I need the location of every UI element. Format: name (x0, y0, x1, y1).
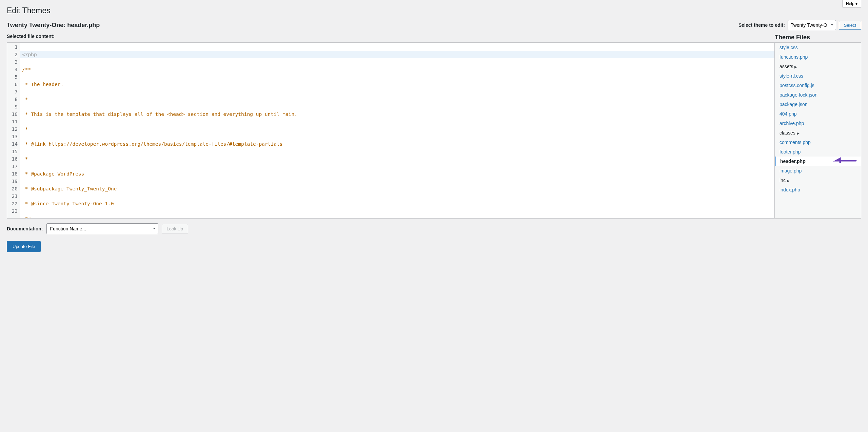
file-item[interactable]: functions.php (775, 52, 861, 62)
file-item[interactable]: 404.php (775, 109, 861, 119)
chevron-right-icon: ▶ (787, 179, 790, 183)
file-item[interactable]: image.php (775, 166, 861, 176)
folder-item[interactable]: classes▶ (775, 128, 861, 138)
line-gutter: 1 2 3 4 5 6 7 8 9 10 11 12 13 14 15 16 1… (7, 43, 20, 218)
theme-select[interactable]: Twenty Twenty-O (788, 20, 836, 30)
chevron-right-icon: ▶ (794, 65, 797, 69)
file-item-active[interactable]: header.php (775, 157, 861, 166)
select-theme-label: Select theme to edit: (738, 22, 785, 28)
chevron-right-icon: ▶ (797, 131, 800, 135)
folder-item[interactable]: assets▶ (775, 62, 861, 71)
file-item[interactable]: style.css (775, 43, 861, 52)
file-item[interactable]: comments.php (775, 138, 861, 147)
file-item[interactable]: postcss.config.js (775, 81, 861, 90)
file-item[interactable]: package.json (775, 100, 861, 109)
folder-item[interactable]: inc▶ (775, 176, 861, 185)
file-item[interactable]: archive.php (775, 119, 861, 128)
selected-file-label: Selected file content: (7, 34, 55, 39)
file-item[interactable]: index.php (775, 185, 861, 194)
file-item[interactable]: footer.php (775, 147, 861, 157)
arrow-annotation-icon (833, 156, 857, 167)
code-editor[interactable]: 1 2 3 4 5 6 7 8 9 10 11 12 13 14 15 16 1… (7, 42, 775, 219)
documentation-label: Documentation: (7, 226, 43, 231)
select-button[interactable]: Select (839, 21, 861, 30)
file-heading: Twenty Twenty-One: header.php (7, 22, 100, 29)
lookup-button[interactable]: Look Up (162, 224, 188, 234)
help-button[interactable]: Help ▾ (842, 0, 861, 8)
update-file-button[interactable]: Update File (7, 241, 41, 252)
file-item[interactable]: package-lock.json (775, 90, 861, 100)
file-item[interactable]: style-rtl.css (775, 71, 861, 81)
code-content[interactable]: <?php /** * The header. * * This is the … (20, 43, 774, 219)
theme-files-heading: Theme Files (775, 34, 861, 41)
page-title: Edit Themes (7, 6, 861, 15)
theme-files-panel: style.css functions.php assets▶ style-rt… (775, 42, 861, 219)
documentation-select[interactable]: Function Name... (46, 223, 158, 234)
